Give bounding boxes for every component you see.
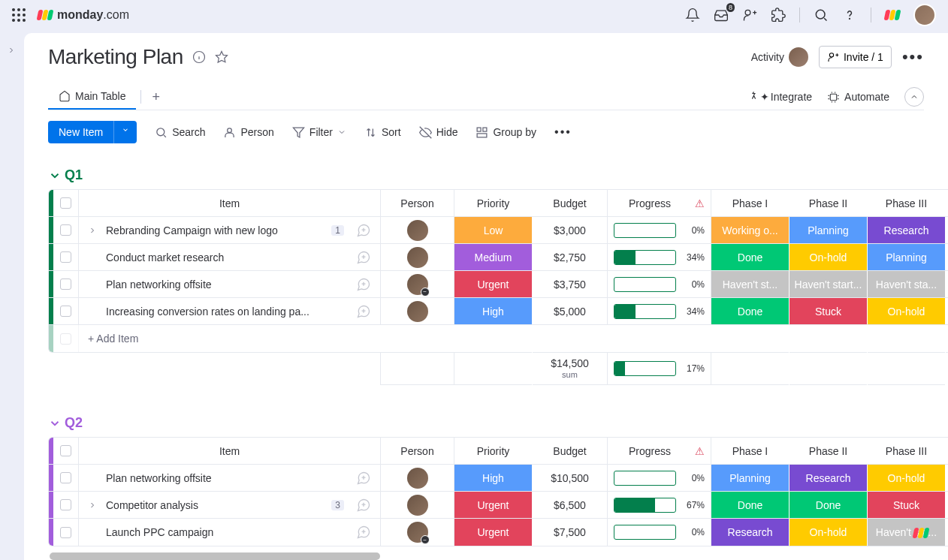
phase3-cell[interactable]: Planning — [868, 244, 946, 270]
group-header[interactable]: Q2 — [48, 415, 948, 431]
conversation-icon[interactable] — [350, 223, 371, 238]
row-checkbox[interactable] — [60, 278, 71, 290]
progress-cell[interactable]: 34% — [608, 298, 711, 324]
add-view-button[interactable]: + — [146, 89, 166, 105]
priority-cell[interactable]: Urgent — [454, 271, 533, 297]
help-icon[interactable] — [842, 8, 857, 23]
phase3-cell[interactable]: Haven't sta... — [868, 271, 946, 297]
phase1-cell[interactable]: Working o... — [711, 217, 789, 243]
priority-cell[interactable]: Low — [454, 217, 533, 243]
notifications-icon[interactable] — [685, 8, 700, 23]
phase2-cell[interactable]: Done — [789, 492, 868, 518]
row-checkbox[interactable] — [60, 251, 71, 263]
table-row[interactable]: Rebranding Campaign with new logo1Low$3,… — [49, 217, 948, 244]
priority-cell[interactable]: High — [454, 298, 533, 324]
activity-link[interactable]: Activity — [751, 47, 808, 67]
progress-cell[interactable]: 0% — [608, 271, 711, 297]
add-item-row[interactable]: + Add Item — [49, 325, 948, 352]
row-checkbox[interactable] — [60, 499, 71, 510]
board-options-icon[interactable]: ••• — [902, 47, 924, 67]
budget-cell[interactable]: $2,750 — [533, 244, 608, 270]
budget-cell[interactable]: $3,750 — [533, 271, 608, 297]
progress-cell[interactable]: 0% — [608, 217, 711, 243]
priority-cell[interactable]: Medium — [454, 244, 533, 270]
help-fab-icon[interactable] — [907, 519, 934, 546]
conversation-icon[interactable] — [350, 250, 371, 265]
progress-cell[interactable]: 67% — [608, 492, 711, 518]
priority-cell[interactable]: Urgent — [454, 492, 533, 518]
phase2-cell[interactable]: Planning — [789, 217, 868, 243]
expand-subitems-icon[interactable] — [88, 501, 100, 510]
expand-sidebar-button[interactable] — [3, 42, 20, 59]
collapse-header-button[interactable] — [904, 87, 924, 107]
row-checkbox[interactable] — [60, 333, 71, 345]
phase3-cell[interactable]: Research — [868, 217, 946, 243]
item-title[interactable]: Competitor analysis — [106, 499, 325, 511]
budget-cell[interactable]: $10,500 — [533, 465, 608, 491]
conversation-icon[interactable] — [350, 525, 371, 540]
item-title[interactable]: Plan networking offsite — [106, 278, 344, 291]
person-filter-button[interactable]: Person — [223, 126, 273, 139]
person-avatar[interactable] — [407, 301, 428, 322]
new-item-button[interactable]: New Item — [48, 121, 137, 143]
priority-cell[interactable]: Urgent — [454, 519, 533, 546]
item-title[interactable]: Rebranding Campaign with new logo — [106, 224, 325, 236]
table-row[interactable]: Plan networking offsiteHigh$10,5000%Plan… — [49, 465, 948, 492]
conversation-icon[interactable] — [350, 498, 371, 513]
progress-cell[interactable]: 0% — [608, 519, 711, 546]
invite-members-icon[interactable] — [742, 8, 757, 23]
integrate-link[interactable]: ✦ Integrate — [747, 91, 812, 104]
phase1-cell[interactable]: Planning — [711, 465, 789, 491]
row-checkbox[interactable] — [60, 472, 71, 483]
person-avatar[interactable] — [407, 468, 428, 489]
search-everything-icon[interactable] — [814, 8, 829, 23]
apps-menu-icon[interactable] — [12, 8, 26, 22]
tab-main-table[interactable]: Main Table — [48, 84, 136, 110]
phase2-cell[interactable]: Haven't start... — [789, 271, 868, 297]
board-title[interactable]: Marketing Plan — [48, 45, 183, 69]
sort-button[interactable]: Sort — [364, 126, 401, 139]
phase1-cell[interactable]: Done — [711, 244, 789, 270]
group-by-button[interactable]: Group by — [476, 126, 536, 139]
expand-subitems-icon[interactable] — [88, 226, 100, 235]
info-icon[interactable] — [192, 50, 206, 64]
row-checkbox[interactable] — [60, 527, 71, 538]
toolbar-more-icon[interactable]: ••• — [554, 125, 572, 139]
phase3-cell[interactable]: On-hold — [868, 298, 946, 324]
phase1-cell[interactable]: Research — [711, 519, 789, 546]
phase2-cell[interactable]: On-hold — [789, 519, 868, 546]
user-avatar[interactable] — [913, 4, 936, 26]
table-row[interactable]: Plan networking offsite−Urgent$3,7500%Ha… — [49, 271, 948, 298]
conversation-icon[interactable] — [350, 304, 371, 319]
hide-button[interactable]: Hide — [419, 126, 458, 139]
logo[interactable]: monday.com — [38, 8, 129, 22]
table-row[interactable]: Launch PPC campaign−Urgent$7,5000%Resear… — [49, 519, 948, 546]
budget-cell[interactable]: $5,000 — [533, 298, 608, 324]
progress-cell[interactable]: 34% — [608, 244, 711, 270]
person-avatar[interactable]: − — [407, 274, 428, 295]
conversation-icon[interactable] — [350, 277, 371, 292]
search-button[interactable]: Search — [155, 126, 205, 139]
person-avatar[interactable] — [407, 495, 428, 516]
row-checkbox[interactable] — [60, 224, 71, 236]
row-checkbox[interactable] — [60, 445, 71, 456]
conversation-icon[interactable] — [350, 471, 371, 486]
priority-cell[interactable]: High — [454, 465, 533, 491]
person-avatar[interactable]: − — [407, 522, 428, 543]
item-title[interactable]: Conduct market research — [106, 251, 344, 263]
item-title[interactable]: Increasing conversion rates on landing p… — [106, 306, 344, 318]
group-header[interactable]: Q1 — [48, 167, 948, 183]
horizontal-scrollbar[interactable] — [50, 552, 380, 560]
apps-icon[interactable] — [771, 8, 786, 23]
person-avatar[interactable] — [407, 220, 428, 241]
budget-cell[interactable]: $3,000 — [533, 217, 608, 243]
favorite-icon[interactable] — [215, 50, 228, 64]
row-checkbox[interactable] — [60, 197, 71, 209]
progress-cell[interactable]: 0% — [608, 465, 711, 491]
item-title[interactable]: Plan networking offsite — [106, 472, 344, 484]
inbox-icon[interactable]: 8 — [714, 8, 729, 23]
budget-cell[interactable]: $7,500 — [533, 519, 608, 546]
new-item-dropdown[interactable] — [113, 121, 137, 143]
phase2-cell[interactable]: Research — [789, 465, 868, 491]
phase3-cell[interactable]: On-hold — [868, 465, 946, 491]
